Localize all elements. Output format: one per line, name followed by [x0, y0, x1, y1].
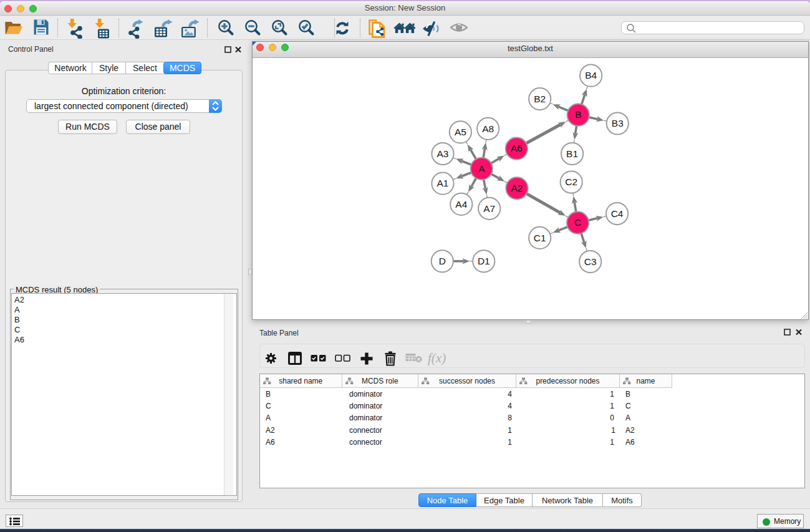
svg-text:C1: C1 — [534, 232, 546, 243]
svg-text:A1: A1 — [437, 178, 449, 188]
svg-text:D: D — [439, 256, 446, 266]
svg-text:C3: C3 — [584, 256, 597, 266]
svg-text:C2: C2 — [565, 177, 577, 187]
svg-text:A4: A4 — [455, 198, 467, 209]
svg-text:B1: B1 — [566, 148, 578, 158]
svg-text:B2: B2 — [534, 93, 546, 104]
svg-text:A3: A3 — [437, 148, 449, 158]
svg-text:A6: A6 — [511, 143, 523, 153]
svg-text:A2: A2 — [511, 183, 523, 193]
svg-text:A5: A5 — [455, 127, 466, 137]
svg-text:C: C — [574, 217, 581, 228]
svg-text:A8: A8 — [482, 123, 494, 133]
svg-text:D1: D1 — [478, 256, 490, 266]
svg-text:A7: A7 — [483, 203, 495, 213]
svg-text:B: B — [575, 109, 581, 120]
svg-text:B4: B4 — [585, 70, 597, 80]
svg-text:B3: B3 — [612, 118, 624, 128]
svg-text:A: A — [478, 163, 485, 173]
svg-text:C4: C4 — [611, 208, 624, 218]
